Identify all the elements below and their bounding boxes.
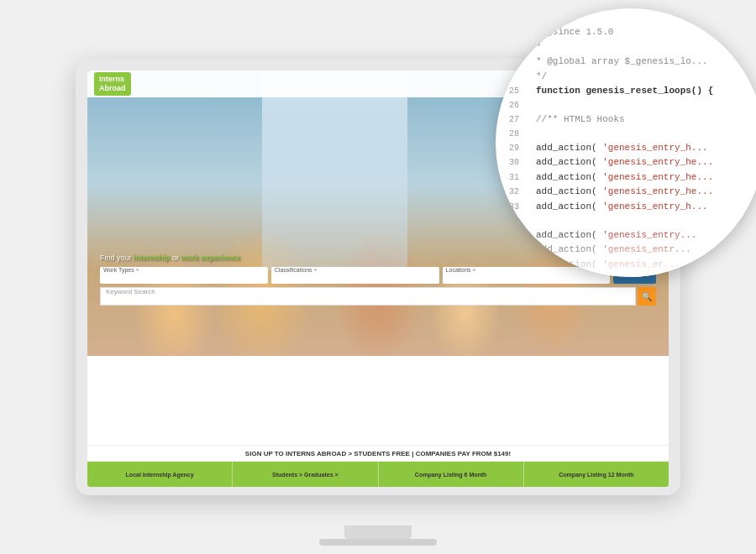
nav-logo: Interns Abroad [94, 72, 131, 96]
window-light [262, 71, 407, 270]
code-line-comment2: * [509, 40, 751, 55]
code-line-29: 29 add_action( 'genesis_entry_h... [509, 141, 751, 156]
tab-company-12month[interactable]: Company Listing 12 Month [524, 462, 669, 487]
monitor-base [319, 539, 437, 546]
code-line-comment1: * @since 1.5.0 [509, 25, 751, 40]
signup-bar: SIGN UP TO INTERNS ABROAD > STUDENTS FRE… [87, 445, 669, 462]
classifications-filter[interactable]: Classifications ÷ [271, 267, 439, 284]
tab-local-internship[interactable]: Local Internship Agency [87, 462, 233, 487]
code-line-26: 26 [509, 99, 751, 112]
code-line-27: 27 //** HTML5 Hooks [509, 112, 751, 128]
code-fade [496, 227, 756, 277]
code-line-comment4: */ [509, 70, 751, 85]
tab-students-graduates[interactable]: Students > Graduates > [233, 462, 378, 487]
keyword-input[interactable]: Keyword Search [100, 287, 636, 306]
code-line-25: 25 function genesis_reset_loops() { [509, 84, 751, 99]
code-line-33: 33 add_action( 'genesis_entry_h... [509, 200, 751, 215]
tabs-bar: Local Internship Agency Students > Gradu… [87, 462, 669, 487]
code-content: * @since 1.5.0 * * @global array $_genes… [496, 8, 756, 277]
code-line-32: 32 add_action( 'genesis_entry_he... [509, 185, 751, 200]
code-line-31: 31 add_action( 'genesis_entry_he... [509, 170, 751, 186]
monitor-stand-group [319, 525, 437, 546]
tab-company-6month[interactable]: Company Listing 6 Month [379, 462, 524, 487]
search-button[interactable]: 🔍 [638, 287, 656, 306]
code-overlay-circle: * @since 1.5.0 * * @global array $_genes… [496, 8, 756, 277]
code-line-comment3: * @global array $_genesis_lo... [509, 55, 751, 70]
monitor-stand [344, 525, 412, 539]
outer-container: Interns Abroad ⌂ BLOG REVIEWS WO... [59, 34, 697, 520]
code-line-30: 30 add_action( 'genesis_entry_he... [509, 155, 751, 170]
keyword-search-row: Keyword Search 🔍 [100, 287, 656, 306]
code-line-28: 28 [509, 128, 751, 141]
work-types-filter[interactable]: Work Types ÷ [100, 267, 268, 284]
